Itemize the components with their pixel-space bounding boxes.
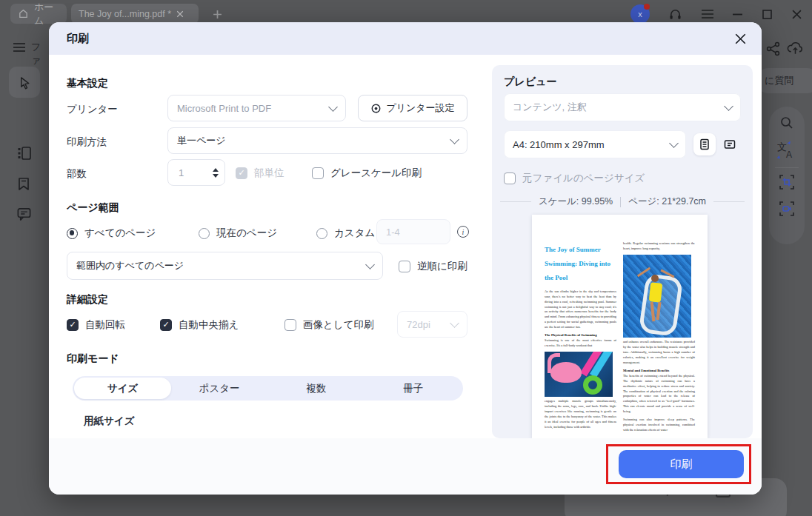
decrement-icon[interactable] [213,174,219,178]
reverse-order-checkbox-row[interactable]: 逆順に印刷 [399,260,467,273]
file-menu-label[interactable]: ファ [31,41,49,67]
chevron-down-icon [450,318,459,328]
auto-rotate-checkbox-row[interactable]: 自動回転 [67,318,125,332]
share-icon[interactable] [766,41,781,56]
reverse-order-checkbox[interactable] [399,261,410,272]
auto-center-checkbox-row[interactable]: 自動中央揃え [160,318,239,332]
select-tool-button[interactable] [9,67,40,98]
paper-size-select[interactable]: A4: 210mm x 297mm [504,130,686,158]
ask-ai-label: に質問 [765,74,793,87]
print-method-select[interactable]: 単一ページ [167,127,467,154]
thumbnails-panel-icon[interactable] [16,145,33,161]
all-pages-radio-row[interactable]: すべてのページ [67,227,156,240]
print-mode-tabs: サイズ ポスター 複数 冊子 [73,376,463,401]
divider [620,197,621,207]
doc-paragraph: engages multiple muscle groups simultane… [545,399,616,430]
stepper-arrows[interactable] [213,168,219,178]
printer-settings-button[interactable]: プリンター設定 [358,95,467,121]
tab-multiple[interactable]: 複数 [268,378,365,399]
paper-size-value: A4: 210mm x 297mm [513,139,670,150]
all-pages-radio[interactable] [67,228,78,239]
grayscale-checkbox[interactable] [312,167,324,179]
page-range-heading: ページ範囲 [67,201,119,215]
flamingo-float-photo [545,352,613,397]
tab-home[interactable]: ホーム [10,4,67,24]
grayscale-checkbox-row[interactable]: グレースケール印刷 [312,167,422,180]
translate-icon[interactable]: 文A [776,141,797,160]
copies-label: 部数 [67,167,87,181]
dialog-close-icon[interactable] [733,32,747,45]
tab-document-label: The Joy of...ming.pdf * [79,9,171,19]
tab-close-icon[interactable] [176,10,184,18]
print-method-value: 単一ページ [177,134,451,147]
original-size-checkbox[interactable] [504,172,516,184]
doc-column-right: health. Regular swimming sessions can st… [623,241,695,436]
print-button[interactable]: 印刷 [619,450,744,478]
maximize-button[interactable] [754,0,779,28]
dialog-header: 印刷 [49,22,762,55]
tab-document[interactable]: The Joy of...ming.pdf * [71,4,199,24]
ask-ai-button[interactable]: に質問 [756,68,812,93]
gear-icon [370,103,382,114]
custom-radio[interactable] [316,228,327,239]
chevron-down-icon [724,101,733,111]
original-size-label: 元ファイルのページサイズ [522,172,645,185]
current-page-label: 現在のページ [216,227,277,240]
info-icon[interactable]: i [457,226,469,238]
comment-panel-icon[interactable] [16,206,32,221]
grayscale-label: グレースケール印刷 [330,167,422,180]
dpi-value: 72dpi [407,319,451,330]
printer-label: プリンター [67,103,118,116]
tab-booklet[interactable]: 冊子 [365,378,462,399]
increment-icon[interactable] [213,168,219,172]
auto-center-checkbox[interactable] [160,319,172,331]
custom-radio-row[interactable]: カスタム [316,227,375,240]
cloud-upload-icon[interactable] [787,40,804,56]
current-page-radio-row[interactable]: 現在のページ [199,227,277,240]
app-window: ホーム The Joy of...ming.pdf * x [0,0,812,516]
printer-settings-label: プリンター設定 [386,101,454,115]
svg-text:A: A [786,150,792,159]
page-subset-select[interactable]: 範囲内のすべてのページ [67,252,383,280]
search-icon[interactable] [779,115,794,130]
collate-checkbox [236,167,247,179]
screen-record-icon[interactable] [779,201,794,216]
print-as-image-checkbox-row[interactable]: 画像として印刷 [284,318,373,332]
bookmark-panel-icon[interactable] [16,176,31,191]
print-as-image-checkbox[interactable] [284,319,296,331]
preview-content-select[interactable]: コンテンツ, 注釈 [504,93,741,121]
current-page-radio[interactable] [199,228,210,239]
copies-value[interactable] [168,167,207,179]
divider [775,167,799,168]
copies-stepper[interactable] [167,159,225,186]
close-window-button[interactable] [784,0,809,28]
auto-center-label: 自動中央揃え [179,318,239,332]
divider [500,201,531,202]
portrait-orientation-button[interactable] [693,133,716,155]
print-mode-heading: 印刷モード [67,352,119,366]
chevron-down-icon [365,260,375,269]
left-toolbar: ファ [0,28,49,516]
avatar[interactable]: x [630,4,650,24]
preview-panel: プレビュー コンテンツ, 注釈 A4: 210mm x 297mm 元ファイルの… [492,65,753,438]
print-dialog: 印刷 基本設定 プリンター Microsoft Print to PDF プリン… [49,22,762,495]
landscape-orientation-button[interactable] [719,133,741,155]
doc-title: The Joy of Summer Swimming: Diving into … [545,243,616,285]
page-subset-value: 範囲内のすべてのページ [76,259,367,272]
tab-size[interactable]: サイズ [74,378,171,399]
all-pages-label: すべてのページ [84,227,156,240]
reverse-order-label: 逆順に印刷 [417,260,467,273]
printer-select[interactable]: Microsoft Print to PDF [167,95,346,121]
doc-paragraph: health. Regular swimming sessions can st… [623,241,695,252]
right-toolbar: に質問 文A [762,28,812,516]
crop-capture-icon[interactable] [779,175,794,190]
auto-rotate-checkbox[interactable] [67,319,79,331]
chevron-down-icon [450,135,459,144]
original-size-checkbox-row[interactable]: 元ファイルのページサイズ [504,172,645,185]
custom-range-input [376,219,450,244]
custom-label: カスタム [334,227,375,240]
dialog-title: 印刷 [67,22,89,55]
file-menu-icon[interactable] [13,43,25,52]
printer-value: Microsoft Print to PDF [177,103,330,114]
tab-poster[interactable]: ポスター [171,378,268,399]
